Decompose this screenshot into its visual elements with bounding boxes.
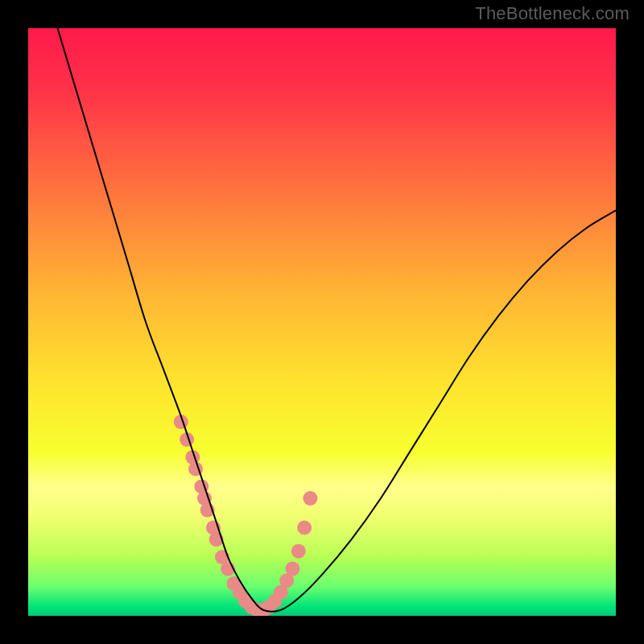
highlight-dot xyxy=(286,562,300,576)
highlight-dot xyxy=(291,544,306,559)
highlight-dot xyxy=(297,521,312,535)
bottleneck-curve xyxy=(58,28,617,612)
highlight-dot-group xyxy=(174,415,318,616)
watermark-text: TheBottleneck.com xyxy=(475,3,630,24)
plot-area xyxy=(28,28,616,616)
highlight-dot xyxy=(303,491,317,506)
chart-frame: TheBottleneck.com xyxy=(0,0,644,644)
curve-layer xyxy=(28,28,616,616)
